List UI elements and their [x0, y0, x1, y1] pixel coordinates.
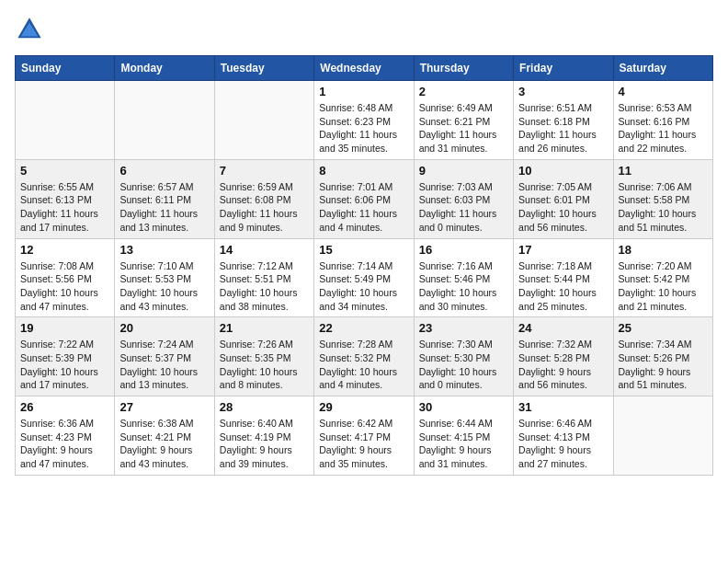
day-info: Sunrise: 6:40 AMSunset: 4:19 PMDaylight:… — [220, 417, 309, 471]
day-info: Sunrise: 6:48 AMSunset: 6:23 PMDaylight:… — [319, 101, 408, 155]
day-number: 2 — [419, 85, 508, 98]
day-info: Sunrise: 7:30 AMSunset: 5:30 PMDaylight:… — [419, 338, 508, 392]
calendar-cell: 23Sunrise: 7:30 AMSunset: 5:30 PMDayligh… — [414, 317, 513, 396]
day-info: Sunrise: 6:57 AMSunset: 6:11 PMDaylight:… — [119, 180, 209, 235]
calendar-cell: 5Sunrise: 6:55 AMSunset: 6:13 PMDaylight… — [16, 159, 115, 238]
day-number: 21 — [220, 321, 309, 335]
weekday-header: Saturday — [613, 56, 712, 81]
day-info: Sunrise: 7:05 AMSunset: 6:01 PMDaylight:… — [518, 180, 608, 235]
day-info: Sunrise: 7:10 AMSunset: 5:53 PMDaylight:… — [119, 259, 209, 314]
day-info: Sunrise: 7:24 AMSunset: 5:37 PMDaylight:… — [119, 338, 209, 392]
calendar-cell: 16Sunrise: 7:16 AMSunset: 5:46 PMDayligh… — [414, 238, 513, 317]
calendar-cell: 26Sunrise: 6:36 AMSunset: 4:23 PMDayligh… — [16, 396, 115, 476]
day-info: Sunrise: 6:38 AMSunset: 4:21 PMDaylight:… — [119, 417, 209, 471]
calendar-table: SundayMondayTuesdayWednesdayThursdayFrid… — [15, 55, 713, 476]
day-number: 27 — [119, 400, 209, 414]
calendar-cell: 31Sunrise: 6:46 AMSunset: 4:13 PMDayligh… — [514, 396, 613, 476]
day-number: 3 — [518, 85, 608, 98]
day-info: Sunrise: 7:16 AMSunset: 5:46 PMDaylight:… — [419, 259, 508, 314]
page-header — [15, 15, 713, 44]
logo-icon — [15, 15, 44, 44]
day-info: Sunrise: 6:51 AMSunset: 6:18 PMDaylight:… — [518, 101, 608, 155]
weekday-header: Sunday — [16, 56, 115, 81]
calendar-body: 1Sunrise: 6:48 AMSunset: 6:23 PMDaylight… — [16, 81, 713, 476]
calendar-cell: 6Sunrise: 6:57 AMSunset: 6:11 PMDaylight… — [115, 159, 214, 238]
calendar-cell: 1Sunrise: 6:48 AMSunset: 6:23 PMDaylight… — [314, 81, 414, 160]
day-number: 24 — [518, 321, 608, 335]
calendar-cell: 15Sunrise: 7:14 AMSunset: 5:49 PMDayligh… — [314, 238, 414, 317]
day-info: Sunrise: 6:53 AMSunset: 6:16 PMDaylight:… — [619, 101, 708, 155]
day-info: Sunrise: 6:44 AMSunset: 4:15 PMDaylight:… — [419, 417, 508, 471]
day-info: Sunrise: 6:49 AMSunset: 6:21 PMDaylight:… — [419, 101, 508, 155]
logo — [15, 15, 48, 44]
day-info: Sunrise: 6:42 AMSunset: 4:17 PMDaylight:… — [319, 417, 408, 471]
day-info: Sunrise: 7:26 AMSunset: 5:35 PMDaylight:… — [220, 338, 309, 392]
calendar-cell: 29Sunrise: 6:42 AMSunset: 4:17 PMDayligh… — [314, 396, 414, 476]
calendar-cell: 12Sunrise: 7:08 AMSunset: 5:56 PMDayligh… — [16, 238, 115, 317]
day-number: 4 — [619, 85, 708, 98]
calendar-cell: 30Sunrise: 6:44 AMSunset: 4:15 PMDayligh… — [414, 396, 513, 476]
calendar-cell: 2Sunrise: 6:49 AMSunset: 6:21 PMDaylight… — [414, 81, 513, 160]
day-number: 18 — [619, 243, 708, 257]
calendar-cell: 22Sunrise: 7:28 AMSunset: 5:32 PMDayligh… — [314, 317, 414, 396]
calendar-cell: 20Sunrise: 7:24 AMSunset: 5:37 PMDayligh… — [115, 317, 214, 396]
day-number: 8 — [319, 164, 408, 178]
day-number: 29 — [319, 400, 408, 414]
day-number: 17 — [518, 243, 608, 257]
calendar-cell: 4Sunrise: 6:53 AMSunset: 6:16 PMDaylight… — [613, 81, 712, 160]
day-info: Sunrise: 7:14 AMSunset: 5:49 PMDaylight:… — [319, 259, 408, 314]
weekday-header: Wednesday — [314, 56, 414, 81]
day-number: 13 — [119, 243, 209, 257]
day-number: 31 — [518, 400, 608, 414]
day-number: 30 — [419, 400, 508, 414]
calendar-cell — [16, 81, 115, 160]
calendar-cell: 8Sunrise: 7:01 AMSunset: 6:06 PMDaylight… — [314, 159, 414, 238]
calendar-cell: 25Sunrise: 7:34 AMSunset: 5:26 PMDayligh… — [613, 317, 712, 396]
weekday-header: Tuesday — [214, 56, 313, 81]
calendar-cell: 3Sunrise: 6:51 AMSunset: 6:18 PMDaylight… — [514, 81, 613, 160]
day-info: Sunrise: 7:06 AMSunset: 5:58 PMDaylight:… — [619, 180, 708, 235]
calendar-cell: 17Sunrise: 7:18 AMSunset: 5:44 PMDayligh… — [514, 238, 613, 317]
calendar-week-row: 12Sunrise: 7:08 AMSunset: 5:56 PMDayligh… — [16, 238, 713, 317]
day-number: 10 — [518, 164, 608, 178]
calendar-header: SundayMondayTuesdayWednesdayThursdayFrid… — [16, 56, 713, 81]
day-number: 26 — [20, 400, 109, 414]
day-info: Sunrise: 7:01 AMSunset: 6:06 PMDaylight:… — [319, 180, 408, 235]
day-number: 25 — [619, 321, 708, 335]
calendar-cell — [115, 81, 214, 160]
day-info: Sunrise: 7:34 AMSunset: 5:26 PMDaylight:… — [619, 338, 708, 392]
day-info: Sunrise: 7:18 AMSunset: 5:44 PMDaylight:… — [518, 259, 608, 314]
calendar-cell: 7Sunrise: 6:59 AMSunset: 6:08 PMDaylight… — [214, 159, 313, 238]
day-number: 22 — [319, 321, 408, 335]
day-info: Sunrise: 7:32 AMSunset: 5:28 PMDaylight:… — [518, 338, 608, 392]
calendar-week-row: 5Sunrise: 6:55 AMSunset: 6:13 PMDaylight… — [16, 159, 713, 238]
day-number: 20 — [119, 321, 209, 335]
day-info: Sunrise: 7:22 AMSunset: 5:39 PMDaylight:… — [20, 338, 109, 392]
weekday-row: SundayMondayTuesdayWednesdayThursdayFrid… — [16, 56, 713, 81]
day-info: Sunrise: 7:20 AMSunset: 5:42 PMDaylight:… — [619, 259, 708, 314]
day-number: 19 — [20, 321, 109, 335]
day-info: Sunrise: 6:36 AMSunset: 4:23 PMDaylight:… — [20, 417, 109, 471]
calendar-cell: 24Sunrise: 7:32 AMSunset: 5:28 PMDayligh… — [514, 317, 613, 396]
day-number: 12 — [20, 243, 109, 257]
day-number: 23 — [419, 321, 508, 335]
weekday-header: Friday — [514, 56, 613, 81]
calendar-cell: 13Sunrise: 7:10 AMSunset: 5:53 PMDayligh… — [115, 238, 214, 317]
weekday-header: Monday — [115, 56, 214, 81]
calendar-cell — [214, 81, 313, 160]
calendar-cell: 27Sunrise: 6:38 AMSunset: 4:21 PMDayligh… — [115, 396, 214, 476]
day-info: Sunrise: 7:12 AMSunset: 5:51 PMDaylight:… — [220, 259, 309, 314]
calendar-week-row: 26Sunrise: 6:36 AMSunset: 4:23 PMDayligh… — [16, 396, 713, 476]
weekday-header: Thursday — [414, 56, 513, 81]
calendar-cell — [613, 396, 712, 476]
day-number: 14 — [220, 243, 309, 257]
day-number: 7 — [220, 164, 309, 178]
calendar-cell: 19Sunrise: 7:22 AMSunset: 5:39 PMDayligh… — [16, 317, 115, 396]
calendar-cell: 14Sunrise: 7:12 AMSunset: 5:51 PMDayligh… — [214, 238, 313, 317]
day-info: Sunrise: 7:28 AMSunset: 5:32 PMDaylight:… — [319, 338, 408, 392]
calendar-cell: 9Sunrise: 7:03 AMSunset: 6:03 PMDaylight… — [414, 159, 513, 238]
day-number: 6 — [119, 164, 209, 178]
day-number: 11 — [619, 164, 708, 178]
calendar-cell: 11Sunrise: 7:06 AMSunset: 5:58 PMDayligh… — [613, 159, 712, 238]
day-info: Sunrise: 6:55 AMSunset: 6:13 PMDaylight:… — [20, 180, 109, 235]
